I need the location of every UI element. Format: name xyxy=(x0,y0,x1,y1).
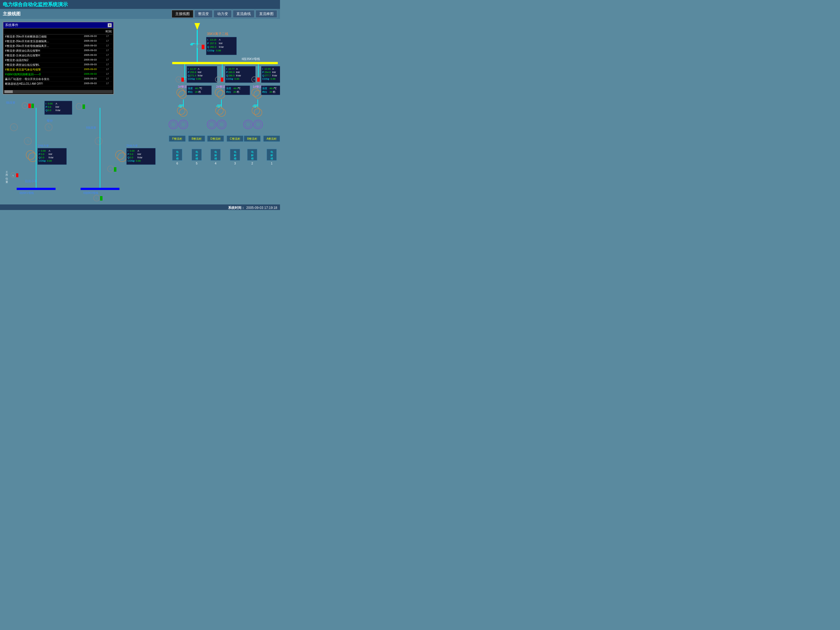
arrow-down-icon xyxy=(194,23,200,30)
event-date: 2005-09-03 xyxy=(84,58,106,62)
svg-text:0.0: 0.0 xyxy=(130,156,133,159)
svg-text:温度: 温度 xyxy=(188,87,193,90)
event-date: 2005-09-03 xyxy=(84,68,106,72)
busbar-6kv-1 xyxy=(17,188,55,190)
event-time: 17 xyxy=(106,39,112,43)
svg-text:285.9: 285.9 xyxy=(228,71,235,74)
meas-Q-label: Q xyxy=(207,46,209,48)
event-msg: #整流变-35kv开关柜断路器已储能 xyxy=(5,35,84,39)
svg-text:℃: ℃ xyxy=(238,87,240,90)
trans-inner-rect3 xyxy=(178,90,186,98)
svg-text:置: 置 xyxy=(6,180,8,183)
label-busbar-6kv-2: II段6KV母线 xyxy=(83,191,98,194)
cell-rect3-l1 xyxy=(169,120,178,129)
nav-btn-dc-curve[interactable]: 直流曲线 xyxy=(233,10,254,18)
nav-btn-dynamic[interactable]: 动力变 xyxy=(214,10,232,18)
svg-text:L: L xyxy=(78,105,80,108)
svg-text:I: I xyxy=(188,68,189,70)
label-dynamic1: 1#动力变 xyxy=(38,144,49,147)
event-msg: #整流变-调变油位低位报警L xyxy=(5,63,84,67)
svg-text:A: A xyxy=(236,68,238,70)
event-date: 2005-09-03 xyxy=(84,35,106,39)
busbar-6kv-2 xyxy=(81,188,120,190)
svg-text:Q: Q xyxy=(46,109,47,112)
svg-text:解: 解 xyxy=(270,154,273,157)
app: 电力综合自动化监控系统演示 主接线图 主接线图 整流变 动力变 直流曲线 直流棒… xyxy=(0,0,280,210)
svg-text:档位: 档位 xyxy=(188,90,193,93)
svg-text:P: P xyxy=(262,71,264,74)
svg-text:Q: Q xyxy=(226,74,228,77)
meas-P-label: P xyxy=(207,42,209,45)
svg-text:0.00: 0.00 xyxy=(136,159,141,162)
dialog-titlebar: 系统事件 ✕ xyxy=(3,22,113,28)
svg-text:0.0: 0.0 xyxy=(48,106,51,108)
event-time: 17 xyxy=(106,77,112,81)
svg-text:P: P xyxy=(188,71,189,74)
svg-point-29 xyxy=(177,107,185,114)
svg-point-150 xyxy=(118,153,127,162)
meas-Q-val: 282.3 xyxy=(210,46,216,48)
pos-label: 工 xyxy=(6,171,8,174)
event-row: #整流变-调变油位高位报警H 2005-09-03 17 xyxy=(4,49,113,53)
red-box-rect1 xyxy=(257,77,260,82)
svg-text:0.00: 0.00 xyxy=(47,159,52,162)
svg-line-172 xyxy=(28,141,29,142)
event-time: 17 xyxy=(106,54,112,57)
nav-btn-dc-bar[interactable]: 直流棒图 xyxy=(256,10,277,18)
svg-point-93 xyxy=(254,120,262,129)
event-time: 17 xyxy=(106,63,112,67)
meas-cos-val: 0.98 xyxy=(216,49,221,52)
green-box-dyn2 xyxy=(114,167,116,172)
event-msg: #整流变-35kv开关柜变压器侧隔离... xyxy=(5,39,84,43)
svg-text:解: 解 xyxy=(234,154,236,157)
event-date: 2005-09-03 xyxy=(84,49,106,53)
svg-point-90 xyxy=(254,109,262,116)
svg-point-32 xyxy=(180,122,186,127)
dialog-close-button[interactable]: ✕ xyxy=(108,23,112,27)
svg-point-149 xyxy=(115,150,125,159)
event-msg-alarm: #整流变-变压器气体信号报警 xyxy=(5,68,84,72)
green-box-left1 xyxy=(32,104,34,108)
svg-text:kW: kW xyxy=(236,71,240,74)
label-mufan: 母分 xyxy=(47,119,53,122)
svg-text:Q: Q xyxy=(128,156,129,159)
nav-btn-main[interactable]: 主接线图 xyxy=(172,10,193,18)
event-date: 2005-09-03 xyxy=(84,73,106,76)
scrollbar[interactable] xyxy=(4,90,113,93)
svg-line-166 xyxy=(14,127,15,128)
svg-point-60 xyxy=(207,120,216,129)
svg-text:I: I xyxy=(46,102,46,105)
svg-text:R: R xyxy=(217,78,219,81)
status-label: 系统时间： xyxy=(228,205,245,210)
svg-text:电: 电 xyxy=(196,150,198,153)
svg-text:R: R xyxy=(254,78,256,81)
cabinet-B2-label: B整流柜 xyxy=(247,137,257,140)
svg-point-94 xyxy=(255,122,261,127)
svg-text:P: P xyxy=(46,106,47,108)
event-time: 17 xyxy=(106,49,112,53)
page-title: 主接线图 xyxy=(3,11,172,17)
svg-text:kVar: kVar xyxy=(137,156,142,159)
svg-text:L: L xyxy=(96,197,97,200)
svg-text:槽: 槽 xyxy=(270,157,273,160)
svg-text:12.37: 12.37 xyxy=(190,68,196,70)
svg-text:位: 位 xyxy=(6,177,8,180)
event-list[interactable]: #整流变-35kv开关柜断路器已储能 2005-09-03 17 #整流变-35… xyxy=(4,35,113,90)
time-header: 时间 xyxy=(106,30,112,34)
svg-text:P: P xyxy=(39,153,40,156)
svg-text:槽: 槽 xyxy=(251,157,254,160)
svg-text:kVar: kVar xyxy=(49,156,54,159)
svg-text:kVar: kVar xyxy=(55,109,60,112)
dialog-content: 时间 #整流变-35kv开关柜断路器已储能 2005-09-03 17 #整流变… xyxy=(3,28,113,94)
red-box-left1 xyxy=(28,104,31,108)
event-time: 17 xyxy=(106,82,112,86)
svg-text:I: I xyxy=(128,150,128,152)
green-box-L xyxy=(82,104,85,109)
meas-cos-label: COSφ xyxy=(207,49,215,52)
nav-btn-rectifier[interactable]: 整流变 xyxy=(194,10,213,18)
svg-text:A: A xyxy=(272,68,274,70)
svg-text:kVar: kVar xyxy=(272,74,277,77)
svg-text:℃: ℃ xyxy=(199,87,202,90)
label-trans2: II段压变 xyxy=(86,126,96,129)
svg-text:P: P xyxy=(128,153,129,156)
